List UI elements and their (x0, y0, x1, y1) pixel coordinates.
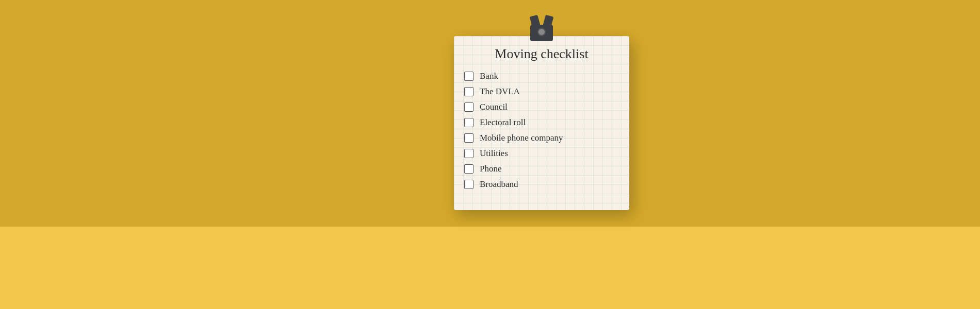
checkbox-2[interactable] (464, 102, 473, 112)
checkbox-4[interactable] (464, 133, 473, 143)
checkbox-5[interactable] (464, 149, 473, 158)
checklist-item[interactable]: Utilities (464, 148, 619, 159)
checklist-item-label: Electoral roll (480, 117, 526, 128)
checklist-item-label: Council (480, 102, 508, 112)
clipboard-wrapper: Moving checklist BankThe DVLACouncilElec… (449, 15, 634, 210)
notepad: Moving checklist BankThe DVLACouncilElec… (454, 36, 629, 210)
checklist-item-label: Broadband (480, 179, 518, 190)
notepad-title: Moving checklist (464, 46, 619, 62)
checkbox-3[interactable] (464, 118, 473, 127)
binder-clip (530, 15, 553, 41)
checklist-item-label: Bank (480, 71, 498, 81)
checklist-item[interactable]: Council (464, 102, 619, 112)
checklist-item[interactable]: Mobile phone company (464, 133, 619, 143)
background-floor (0, 227, 980, 309)
checkbox-0[interactable] (464, 72, 473, 81)
checklist-item-label: Mobile phone company (480, 133, 563, 143)
checklist-item-label: Phone (480, 164, 502, 174)
clip-body (530, 25, 553, 41)
checklist-item[interactable]: Electoral roll (464, 117, 619, 128)
checkbox-1[interactable] (464, 87, 473, 96)
checklist: BankThe DVLACouncilElectoral rollMobile … (464, 71, 619, 190)
checkbox-6[interactable] (464, 164, 473, 174)
checklist-item-label: The DVLA (480, 87, 520, 97)
checklist-item[interactable]: The DVLA (464, 87, 619, 97)
checklist-item[interactable]: Bank (464, 71, 619, 81)
checklist-item-label: Utilities (480, 148, 508, 159)
checklist-item[interactable]: Broadband (464, 179, 619, 190)
checklist-item[interactable]: Phone (464, 164, 619, 174)
checkbox-7[interactable] (464, 180, 473, 189)
